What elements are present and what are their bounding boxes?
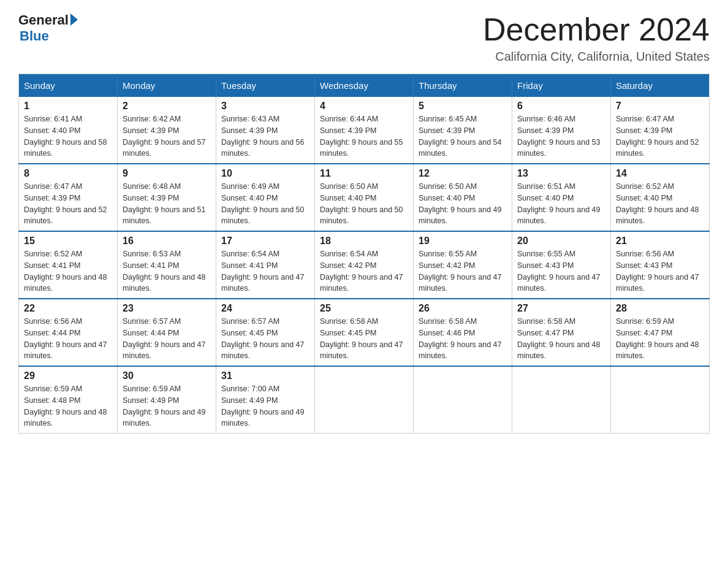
day-cell: 30 Sunrise: 6:59 AMSunset: 4:49 PMDaylig…: [118, 366, 216, 434]
day-info: Sunrise: 6:43 AMSunset: 4:39 PMDaylight:…: [221, 113, 309, 159]
day-number: 14: [616, 168, 704, 179]
day-cell: 8 Sunrise: 6:47 AMSunset: 4:39 PMDayligh…: [19, 164, 118, 231]
day-info: Sunrise: 6:59 AMSunset: 4:47 PMDaylight:…: [616, 316, 704, 362]
day-headers-row: SundayMondayTuesdayWednesdayThursdayFrid…: [19, 74, 710, 98]
day-cell: 5 Sunrise: 6:45 AMSunset: 4:39 PMDayligh…: [414, 97, 512, 164]
day-number: 9: [123, 168, 211, 179]
logo-general-text: General: [18, 12, 69, 28]
day-info: Sunrise: 6:51 AMSunset: 4:40 PMDaylight:…: [517, 181, 605, 227]
day-info: Sunrise: 6:56 AMSunset: 4:43 PMDaylight:…: [616, 248, 704, 294]
day-number: 22: [24, 303, 112, 314]
day-cell: 7 Sunrise: 6:47 AMSunset: 4:39 PMDayligh…: [611, 97, 710, 164]
day-info: Sunrise: 6:44 AMSunset: 4:39 PMDaylight:…: [320, 113, 408, 159]
day-info: Sunrise: 6:46 AMSunset: 4:39 PMDaylight:…: [517, 113, 605, 159]
day-info: Sunrise: 6:49 AMSunset: 4:40 PMDaylight:…: [221, 181, 309, 227]
day-cell: 1 Sunrise: 6:41 AMSunset: 4:40 PMDayligh…: [19, 97, 118, 164]
day-header-wednesday: Wednesday: [315, 74, 414, 98]
day-cell: 24 Sunrise: 6:57 AMSunset: 4:45 PMDaylig…: [216, 299, 315, 366]
calendar-title: December 2024: [483, 12, 710, 47]
week-row-4: 22 Sunrise: 6:56 AMSunset: 4:44 PMDaylig…: [19, 299, 710, 366]
day-number: 27: [517, 303, 605, 314]
day-cell: 25 Sunrise: 6:58 AMSunset: 4:45 PMDaylig…: [315, 299, 414, 366]
day-cell: 19 Sunrise: 6:55 AMSunset: 4:42 PMDaylig…: [414, 231, 512, 299]
day-number: 10: [221, 168, 309, 179]
day-cell: 11 Sunrise: 6:50 AMSunset: 4:40 PMDaylig…: [315, 164, 414, 231]
day-info: Sunrise: 6:58 AMSunset: 4:45 PMDaylight:…: [320, 316, 408, 362]
day-info: Sunrise: 6:50 AMSunset: 4:40 PMDaylight:…: [419, 181, 507, 227]
day-cell: 31 Sunrise: 7:00 AMSunset: 4:49 PMDaylig…: [216, 366, 315, 434]
day-cell: 18 Sunrise: 6:54 AMSunset: 4:42 PMDaylig…: [315, 231, 414, 299]
day-cell: 21 Sunrise: 6:56 AMSunset: 4:43 PMDaylig…: [611, 231, 710, 299]
day-info: Sunrise: 6:58 AMSunset: 4:47 PMDaylight:…: [517, 316, 605, 362]
day-number: 16: [123, 236, 211, 247]
day-cell: 22 Sunrise: 6:56 AMSunset: 4:44 PMDaylig…: [19, 299, 118, 366]
day-number: 3: [221, 101, 309, 112]
day-cell: 15 Sunrise: 6:52 AMSunset: 4:41 PMDaylig…: [19, 231, 118, 299]
logo-blue-text: Blue: [20, 28, 49, 44]
day-info: Sunrise: 6:52 AMSunset: 4:41 PMDaylight:…: [24, 248, 112, 294]
day-number: 26: [419, 303, 507, 314]
day-number: 24: [221, 303, 309, 314]
day-cell: 3 Sunrise: 6:43 AMSunset: 4:39 PMDayligh…: [216, 97, 315, 164]
logo-arrow-icon: [70, 13, 78, 26]
day-info: Sunrise: 7:00 AMSunset: 4:49 PMDaylight:…: [221, 383, 309, 429]
day-info: Sunrise: 6:54 AMSunset: 4:41 PMDaylight:…: [221, 248, 309, 294]
day-info: Sunrise: 6:50 AMSunset: 4:40 PMDaylight:…: [320, 181, 408, 227]
day-cell: 9 Sunrise: 6:48 AMSunset: 4:39 PMDayligh…: [118, 164, 216, 231]
day-number: 19: [419, 236, 507, 247]
week-row-5: 29 Sunrise: 6:59 AMSunset: 4:48 PMDaylig…: [19, 366, 710, 434]
day-number: 15: [24, 236, 112, 247]
week-row-2: 8 Sunrise: 6:47 AMSunset: 4:39 PMDayligh…: [19, 164, 710, 231]
day-info: Sunrise: 6:57 AMSunset: 4:45 PMDaylight:…: [221, 316, 309, 362]
day-info: Sunrise: 6:55 AMSunset: 4:42 PMDaylight:…: [419, 248, 507, 294]
day-info: Sunrise: 6:55 AMSunset: 4:43 PMDaylight:…: [517, 248, 605, 294]
day-info: Sunrise: 6:58 AMSunset: 4:46 PMDaylight:…: [419, 316, 507, 362]
day-number: 30: [123, 370, 211, 381]
day-header-thursday: Thursday: [414, 74, 512, 98]
day-info: Sunrise: 6:56 AMSunset: 4:44 PMDaylight:…: [24, 316, 112, 362]
day-number: 12: [419, 168, 507, 179]
day-cell: 13 Sunrise: 6:51 AMSunset: 4:40 PMDaylig…: [512, 164, 611, 231]
day-cell: 28 Sunrise: 6:59 AMSunset: 4:47 PMDaylig…: [611, 299, 710, 366]
day-number: 8: [24, 168, 112, 179]
day-number: 11: [320, 168, 408, 179]
calendar-subtitle: California City, California, United Stat…: [483, 50, 710, 64]
day-cell: 16 Sunrise: 6:53 AMSunset: 4:41 PMDaylig…: [118, 231, 216, 299]
day-number: 25: [320, 303, 408, 314]
day-header-saturday: Saturday: [611, 74, 710, 98]
week-row-1: 1 Sunrise: 6:41 AMSunset: 4:40 PMDayligh…: [19, 97, 710, 164]
day-cell: 14 Sunrise: 6:52 AMSunset: 4:40 PMDaylig…: [611, 164, 710, 231]
day-number: 29: [24, 370, 112, 381]
day-info: Sunrise: 6:53 AMSunset: 4:41 PMDaylight:…: [123, 248, 211, 294]
day-info: Sunrise: 6:59 AMSunset: 4:49 PMDaylight:…: [123, 383, 211, 429]
day-cell: 20 Sunrise: 6:55 AMSunset: 4:43 PMDaylig…: [512, 231, 611, 299]
day-cell: 29 Sunrise: 6:59 AMSunset: 4:48 PMDaylig…: [19, 366, 118, 434]
day-header-monday: Monday: [118, 74, 216, 98]
day-number: 13: [517, 168, 605, 179]
day-info: Sunrise: 6:57 AMSunset: 4:44 PMDaylight:…: [123, 316, 211, 362]
day-cell: 4 Sunrise: 6:44 AMSunset: 4:39 PMDayligh…: [315, 97, 414, 164]
day-number: 20: [517, 236, 605, 247]
day-number: 28: [616, 303, 704, 314]
day-number: 18: [320, 236, 408, 247]
day-number: 21: [616, 236, 704, 247]
day-number: 23: [123, 303, 211, 314]
day-cell: [414, 366, 512, 434]
header: General Blue December 2024 California Ci…: [18, 12, 710, 64]
day-header-tuesday: Tuesday: [216, 74, 315, 98]
day-number: 7: [616, 101, 704, 112]
day-cell: 23 Sunrise: 6:57 AMSunset: 4:44 PMDaylig…: [118, 299, 216, 366]
day-info: Sunrise: 6:41 AMSunset: 4:40 PMDaylight:…: [24, 113, 112, 159]
day-cell: 6 Sunrise: 6:46 AMSunset: 4:39 PMDayligh…: [512, 97, 611, 164]
day-header-friday: Friday: [512, 74, 611, 98]
day-info: Sunrise: 6:42 AMSunset: 4:39 PMDaylight:…: [123, 113, 211, 159]
day-number: 1: [24, 101, 112, 112]
day-info: Sunrise: 6:47 AMSunset: 4:39 PMDaylight:…: [24, 181, 112, 227]
day-cell: 10 Sunrise: 6:49 AMSunset: 4:40 PMDaylig…: [216, 164, 315, 231]
day-info: Sunrise: 6:54 AMSunset: 4:42 PMDaylight:…: [320, 248, 408, 294]
day-number: 6: [517, 101, 605, 112]
day-number: 31: [221, 370, 309, 381]
day-number: 2: [123, 101, 211, 112]
day-info: Sunrise: 6:59 AMSunset: 4:48 PMDaylight:…: [24, 383, 112, 429]
day-info: Sunrise: 6:45 AMSunset: 4:39 PMDaylight:…: [419, 113, 507, 159]
